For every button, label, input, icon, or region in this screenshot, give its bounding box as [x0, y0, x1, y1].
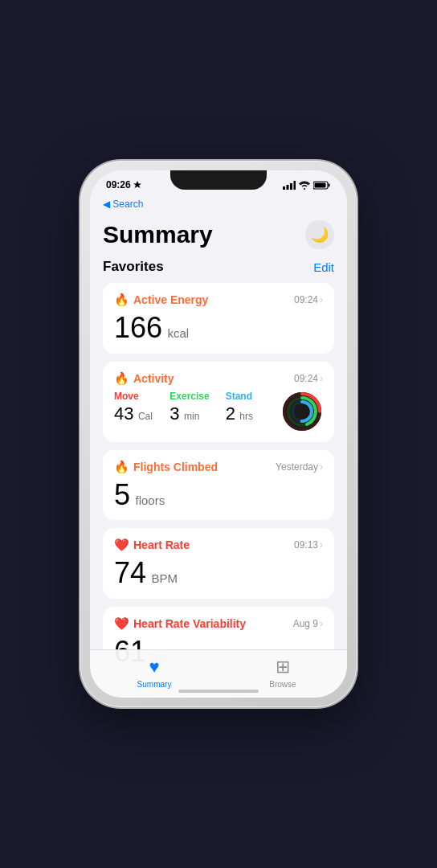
tab-summary[interactable]: ♥ Summary — [90, 657, 218, 689]
active-energy-title-group: 🔥 Active Energy — [114, 293, 208, 307]
move-value: 43 — [114, 403, 133, 424]
stand-value-row: 2 hrs — [226, 403, 281, 424]
summary-tab-label: Summary — [137, 680, 172, 689]
hrv-header: ❤️ Heart Rate Variability Aug 9 › — [114, 616, 323, 631]
heart-rate-card[interactable]: ❤️ Heart Rate 09:13 › 74 BPM — [103, 528, 334, 599]
flights-climbed-chevron: › — [320, 461, 323, 473]
heart-rate-title-group: ❤️ Heart Rate — [114, 538, 190, 552]
flights-climbed-value-row: 5 floors — [114, 479, 323, 511]
browse-tab-label: Browse — [269, 680, 296, 689]
flights-climbed-header: 🔥 Flights Climbed Yesterday › — [114, 460, 323, 474]
heart-rate-title: Heart Rate — [133, 538, 190, 551]
flights-climbed-value: 5 — [114, 478, 130, 511]
fire-icon: 🔥 — [114, 293, 129, 307]
exercise-unit: min — [184, 411, 199, 422]
home-indicator — [178, 690, 259, 693]
activity-ring — [281, 391, 323, 432]
activity-header: 🔥 Activity 09:24 › — [114, 371, 323, 386]
phone-frame: 09:26 — [80, 161, 357, 707]
moon-button[interactable]: 🌙 — [305, 220, 334, 249]
favorites-label: Favorites — [103, 259, 164, 275]
activity-title: Activity — [133, 372, 174, 385]
heart-rate-chevron: › — [320, 539, 323, 551]
signal-icon — [283, 181, 296, 190]
stand-stat: Stand 2 hrs — [226, 391, 281, 424]
flights-climbed-card[interactable]: 🔥 Flights Climbed Yesterday › 5 floors — [103, 450, 334, 521]
exercise-value: 3 — [169, 403, 179, 424]
active-energy-value: 166 — [114, 311, 162, 344]
heart-rate-time: 09:13 › — [294, 539, 323, 551]
activity-chevron: › — [320, 373, 323, 384]
heart-rate-timestamp: 09:13 — [294, 539, 318, 551]
moon-icon: 🌙 — [311, 226, 329, 244]
flights-climbed-unit: floors — [135, 493, 165, 507]
hrv-title: Heart Rate Variability — [133, 617, 246, 630]
svg-rect-1 — [287, 185, 289, 190]
hrv-chevron: › — [320, 618, 323, 629]
hrv-time: Aug 9 › — [293, 618, 323, 629]
svg-rect-5 — [329, 183, 330, 186]
status-time: 09:26 — [106, 179, 141, 190]
move-label: Move — [114, 391, 169, 402]
hrv-timestamp: Aug 9 — [293, 618, 318, 629]
stand-unit: hrs — [239, 411, 253, 422]
active-energy-time: 09:24 › — [294, 294, 323, 305]
exercise-label: Exercise — [169, 391, 225, 402]
active-energy-value-row: 166 kcal — [114, 312, 323, 344]
move-stat: Move 43 Cal — [114, 391, 169, 424]
stand-value: 2 — [226, 403, 235, 424]
page-title-row: Summary 🌙 — [103, 214, 334, 259]
active-energy-unit: kcal — [168, 326, 190, 340]
activity-card[interactable]: 🔥 Activity 09:24 › Move 43 Cal — [103, 362, 334, 442]
exercise-value-row: 3 min — [169, 403, 225, 424]
summary-tab-icon: ♥ — [149, 657, 159, 678]
stand-label: Stand — [226, 391, 281, 402]
active-energy-chevron: › — [320, 294, 323, 305]
activity-fire-icon: 🔥 — [114, 371, 129, 386]
heart-rate-value: 74 — [114, 556, 146, 589]
battery-icon — [313, 181, 331, 190]
active-energy-header: 🔥 Active Energy 09:24 › — [114, 293, 323, 307]
flights-climbed-title-group: 🔥 Flights Climbed — [114, 460, 218, 474]
flights-climbed-timestamp: Yesterday — [276, 461, 318, 473]
status-icons — [283, 181, 331, 190]
notch — [170, 170, 267, 190]
flights-climbed-time: Yesterday › — [276, 461, 323, 473]
activity-time: 09:24 › — [294, 373, 323, 384]
main-content[interactable]: Summary 🌙 Favorites Edit 🔥 Active Energy — [90, 214, 347, 667]
svg-rect-3 — [294, 181, 296, 190]
hrv-icon: ❤️ — [114, 616, 129, 631]
tab-browse[interactable]: ⊞ Browse — [218, 657, 347, 689]
move-value-row: 43 Cal — [114, 403, 169, 424]
active-energy-card[interactable]: 🔥 Active Energy 09:24 › 166 kcal — [103, 283, 334, 354]
back-navigation[interactable]: ◀ Search — [90, 196, 347, 214]
active-energy-timestamp: 09:24 — [294, 294, 318, 305]
heart-rate-header: ❤️ Heart Rate 09:13 › — [114, 538, 323, 552]
favorites-section-header: Favorites Edit — [103, 259, 334, 275]
phone-screen: 09:26 — [90, 170, 347, 698]
heart-rate-unit: BPM — [152, 571, 178, 585]
svg-rect-0 — [283, 186, 285, 190]
location-icon — [133, 181, 141, 189]
exercise-stat: Exercise 3 min — [169, 391, 225, 424]
svg-rect-6 — [315, 182, 326, 187]
wifi-icon — [299, 181, 310, 190]
edit-button[interactable]: Edit — [313, 260, 334, 274]
back-button[interactable]: ◀ Search — [103, 199, 143, 210]
page-title: Summary — [103, 221, 213, 248]
activity-title-group: 🔥 Activity — [114, 371, 174, 386]
svg-rect-2 — [290, 183, 292, 190]
heart-rate-value-row: 74 BPM — [114, 557, 323, 589]
flights-fire-icon: 🔥 — [114, 460, 129, 474]
flights-climbed-title: Flights Climbed — [133, 461, 218, 473]
browse-tab-icon: ⊞ — [276, 657, 290, 678]
activity-stats-row: Move 43 Cal Exercise 3 min — [114, 391, 323, 432]
activity-ring-container — [281, 391, 323, 432]
active-energy-title: Active Energy — [133, 293, 208, 306]
move-unit: Cal — [138, 411, 153, 422]
activity-timestamp: 09:24 — [294, 373, 318, 384]
time-display: 09:26 — [106, 179, 131, 190]
heart-rate-icon: ❤️ — [114, 538, 129, 552]
hrv-title-group: ❤️ Heart Rate Variability — [114, 616, 246, 631]
